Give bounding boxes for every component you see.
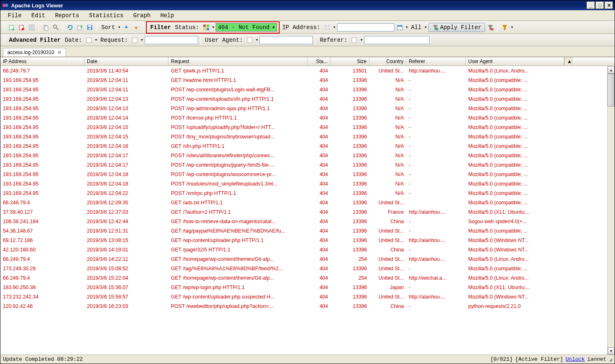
af-date-dropdown[interactable]: ▼ xyxy=(94,38,98,42)
unlock-link[interactable]: Unlock xyxy=(566,356,585,363)
sort-desc-icon[interactable] xyxy=(132,23,141,32)
af-referer-input[interactable] xyxy=(364,36,430,44)
funnel-icon[interactable] xyxy=(500,23,509,32)
tab-close-icon[interactable]: ✕ xyxy=(57,50,61,55)
table-row[interactable]: 193.169.254.952019/3/6 12:04:18POST /wp-… xyxy=(0,170,615,179)
table-row[interactable]: 193.169.254.952019/3/6 12:04:16GET /sfn.… xyxy=(0,141,615,151)
cell-ip: 193.169.254.95 xyxy=(0,142,84,150)
table-row[interactable]: 193.169.254.952019/3/6 12:04:13POST /wp-… xyxy=(0,94,615,104)
menu-file[interactable]: File xyxy=(4,11,26,20)
status-select[interactable]: 404 - Not Found ▾ xyxy=(216,23,277,32)
cell-date: 2019/3/6 14:19:01 xyxy=(84,246,169,253)
menu-graph[interactable]: Graph xyxy=(129,11,155,20)
status-color-icon[interactable] xyxy=(202,23,211,32)
vertical-scrollbar[interactable]: ▲ ▼ xyxy=(607,66,615,355)
resize-grip-icon[interactable]: ◢ xyxy=(609,356,612,363)
copy-icon[interactable] xyxy=(41,23,50,32)
cell-ip: 193.169.254.95 xyxy=(0,133,84,140)
menu-help[interactable]: Help xyxy=(156,11,178,20)
table-row[interactable]: 193.169.254.952019/3/6 12:04:15POST /tin… xyxy=(0,132,615,141)
col-header-country[interactable]: Country xyxy=(369,57,406,66)
table-row[interactable]: 193.169.254.952019/3/6 12:04:22POST /xml… xyxy=(0,188,615,198)
open-log-icon[interactable] xyxy=(7,23,16,32)
maximize-button[interactable]: □ xyxy=(596,2,604,9)
table-row[interactable]: 106.38.241.1842019/3/6 12:42:44GET /how-… xyxy=(0,217,615,226)
date-picker-icon[interactable] xyxy=(395,23,404,32)
funnel-dropdown[interactable]: ▼ xyxy=(510,25,514,29)
table-row[interactable]: 69.12.72.1862019/3/6 13:08:15GET /wp-con… xyxy=(0,235,615,245)
apply-filter-button[interactable]: Apply Filter xyxy=(428,23,485,32)
table-row[interactable]: 66.249.79.42019/3/6 12:09:35GET /ads.txt… xyxy=(0,198,615,207)
table-row[interactable]: 193.169.254.952019/3/6 12:04:14POST /lic… xyxy=(0,113,615,122)
col-header-referer[interactable]: Referer xyxy=(406,57,466,66)
table-row[interactable]: 173.249.30.292019/3/6 15:08:52GET /tag/%… xyxy=(0,264,615,273)
list-icon[interactable] xyxy=(27,23,36,32)
table-row[interactable]: 37.59.40.1272019/3/6 12:37:03GET /?autho… xyxy=(0,207,615,217)
af-ua-label: User Agent: xyxy=(203,37,244,43)
sort-asc-icon[interactable] xyxy=(122,23,131,32)
table-row[interactable]: 42.120.160.602019/3/6 14:19:01GET /page/… xyxy=(0,245,615,254)
table-row[interactable]: 193.169.254.952019/3/6 12:04:15POST /upl… xyxy=(0,122,615,132)
cell-size: 13396 xyxy=(330,95,369,103)
all-dropdown[interactable]: ▼ xyxy=(424,25,428,29)
af-ua-input[interactable] xyxy=(260,36,313,44)
col-header-date[interactable]: Date xyxy=(84,57,169,66)
tab-access-log[interactable]: access.log-20190310 ✕ xyxy=(3,48,66,57)
cell-referer: - xyxy=(406,265,466,272)
clear-filter-icon[interactable] xyxy=(486,23,495,32)
close-button[interactable]: ✕ xyxy=(605,2,613,9)
af-request-icon[interactable] xyxy=(130,36,139,45)
scroll-up-button[interactable]: ▲ xyxy=(608,66,615,74)
col-header-status[interactable]: Sta... xyxy=(308,57,330,66)
col-header-request[interactable]: Request xyxy=(169,57,308,66)
col-header-ip[interactable]: IP Address xyxy=(0,57,84,66)
svg-rect-30 xyxy=(87,38,91,43)
table-row[interactable]: 193.169.254.952019/3/6 12:04:18POST /mod… xyxy=(0,179,615,188)
af-date-icon[interactable] xyxy=(84,36,93,45)
table-row[interactable]: 193.169.254.952019/3/6 12:04:11GET /read… xyxy=(0,75,615,85)
minimize-button[interactable]: _ xyxy=(587,2,595,9)
scroll-thumb[interactable] xyxy=(608,74,615,106)
table-row[interactable]: 183.90.250.382019/3/6 15:36:07GET /wp/wp… xyxy=(0,283,615,292)
cell-country: N/A xyxy=(369,77,406,84)
cell-country: China xyxy=(369,218,406,225)
add-log-icon[interactable] xyxy=(17,23,26,32)
col-header-useragent[interactable]: User Agent xyxy=(466,57,564,66)
table-row[interactable]: 66.249.79.42019/3/6 14:22:11GET /homepag… xyxy=(0,254,615,264)
ip-filter-input[interactable] xyxy=(337,23,394,32)
table-row[interactable]: 54.36.148.672019/3/6 12:51:31GET /tag/pa… xyxy=(0,226,615,235)
table-row[interactable]: 173.232.242.342019/3/6 15:58:57GET /wp-c… xyxy=(0,292,615,301)
af-ua-dropdown[interactable]: ▼ xyxy=(255,38,259,42)
sort-dropdown[interactable]: ▼ xyxy=(118,25,121,29)
table-row[interactable]: 193.169.254.952019/3/6 12:04:17POST /sit… xyxy=(0,151,615,160)
col-header-size[interactable]: Size xyxy=(330,57,369,66)
status-color-dropdown[interactable]: ▼ xyxy=(212,25,215,29)
af-ua-icon[interactable] xyxy=(245,36,254,45)
menu-edit[interactable]: Edit xyxy=(27,11,50,20)
table-row[interactable]: 66.249.79.72019/3/6 11:40:54GET /piwik.j… xyxy=(0,66,615,75)
refresh-icon[interactable] xyxy=(66,23,75,32)
table-row[interactable]: 120.92.42.462019/3/6 16:23:03POST /ewebe… xyxy=(0,301,615,311)
save-icon[interactable] xyxy=(85,23,94,32)
table-row[interactable]: 66.249.79.42019/3/6 15:22:04GET /homepag… xyxy=(0,273,615,283)
af-referer-dropdown[interactable]: ▼ xyxy=(360,38,363,42)
ip-color-dropdown[interactable]: ▼ xyxy=(333,25,336,29)
af-request-dropdown[interactable]: ▼ xyxy=(140,38,144,42)
ip-color-icon[interactable] xyxy=(323,23,332,32)
cell-status: 404 xyxy=(308,86,330,93)
find-icon[interactable] xyxy=(51,23,60,32)
cell-size: 13396 xyxy=(330,303,369,310)
cell-ip: 193.169.254.95 xyxy=(0,105,84,112)
table-row[interactable]: 193.169.254.952019/3/6 12:04:17POST /wp-… xyxy=(0,160,615,170)
table-row[interactable]: 193.169.254.952019/3/6 12:04:11POST /wp-… xyxy=(0,85,615,94)
cell-status: 404 xyxy=(308,274,330,282)
menu-reports[interactable]: Reports xyxy=(51,11,83,20)
date-dropdown[interactable]: ▼ xyxy=(405,25,409,29)
menu-statistics[interactable]: Statistics xyxy=(85,11,128,20)
af-request-input[interactable] xyxy=(145,36,198,44)
table-row[interactable]: 193.169.254.952019/3/6 12:04:13POST /wp-… xyxy=(0,104,615,113)
scroll-down-button[interactable]: ▼ xyxy=(608,347,615,355)
af-referer-icon[interactable] xyxy=(350,36,359,45)
cell-request: POST /sites/all/libraries/elfinder/php/c… xyxy=(169,152,308,159)
export-icon[interactable] xyxy=(75,23,84,32)
